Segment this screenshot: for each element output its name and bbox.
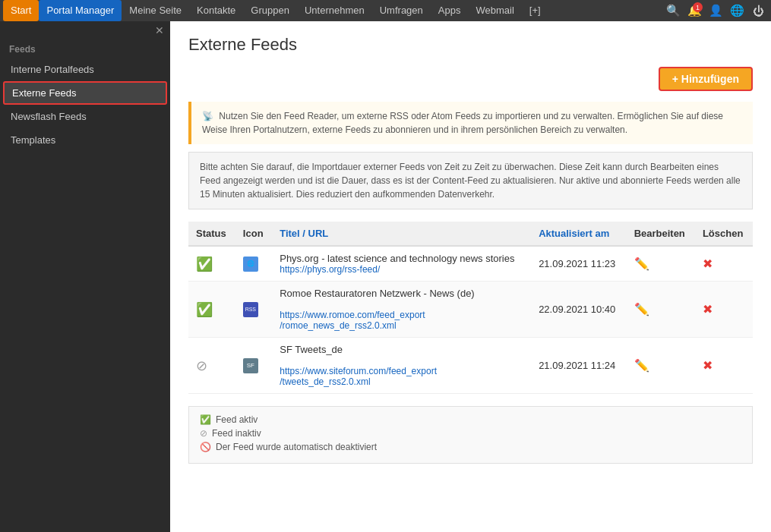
notification-badge: 1 — [693, 2, 703, 12]
col-icon: Icon — [235, 222, 272, 246]
col-status: Status — [188, 222, 235, 246]
edit-icon[interactable]: ✏️ — [634, 257, 649, 270]
feed-title: SF Tweets_de — [280, 344, 523, 355]
sidebar-close-button[interactable]: ✕ — [0, 21, 170, 39]
legend-active-icon: ✅ — [200, 414, 211, 425]
nav-plus[interactable]: [+] — [522, 0, 548, 21]
feed-legend: ✅ Feed aktiv ⊘ Feed inaktiv 🚫 Der Feed w… — [188, 406, 753, 464]
sidebar-section-label: Feeds — [0, 39, 170, 58]
page-layout: ✕ Feeds Interne Portalfeeds Externe Feed… — [0, 21, 771, 532]
legend-inactive-text: Feed inaktiv — [212, 428, 261, 439]
nav-apps[interactable]: Apps — [431, 0, 469, 21]
legend-item-inactive: ⊘ Feed inaktiv — [200, 428, 741, 439]
info-box-secondary: Bitte achten Sie darauf, die Importdauer… — [188, 152, 753, 209]
updated-cell: 21.09.2021 11:24 — [531, 338, 627, 394]
status-active-icon: ✅ — [196, 257, 213, 272]
icon-cell: SF — [235, 338, 272, 394]
legend-active-text: Feed aktiv — [216, 414, 258, 425]
add-button-row: + Hinzufügen — [188, 67, 753, 91]
status-cell: ✅ — [188, 246, 235, 282]
title-url-cell: Phys.org - latest science and technology… — [272, 246, 531, 282]
legend-error-icon: 🚫 — [200, 442, 211, 452]
main-content: Externe Feeds + Hinzufügen 📡 Nutzen Sie … — [170, 21, 771, 532]
updated-cell: 21.09.2021 11:23 — [531, 246, 627, 282]
power-icon[interactable]: ⏻ — [748, 1, 768, 20]
nav-portal-manager[interactable]: Portal Manager — [39, 0, 122, 21]
feed-url[interactable]: https://www.romoe.com/feed_export /romoe… — [280, 299, 523, 331]
edit-cell: ✏️ — [627, 282, 695, 338]
col-edit: Bearbeiten — [627, 222, 695, 246]
feed-url[interactable]: https://phys.org/rss-feed/ — [280, 264, 523, 275]
delete-icon[interactable]: ✖ — [703, 359, 713, 372]
add-feed-button[interactable]: + Hinzufügen — [659, 67, 753, 91]
rss-icon: 📡 — [202, 111, 213, 121]
updated-cell: 22.09.2021 10:40 — [531, 282, 627, 338]
feeds-table: Status Icon Titel / URL Aktualisiert am … — [188, 222, 753, 394]
info-box-primary: 📡 Nutzen Sie den Feed Reader, um externe… — [188, 102, 753, 144]
legend-item-active: ✅ Feed aktiv — [200, 414, 741, 425]
status-inactive-icon: ⊘ — [196, 358, 207, 373]
sidebar-item-newsflash[interactable]: Newsflash Feeds — [0, 105, 170, 128]
table-row: ⊘ SF SF Tweets_de https://www.siteforum.… — [188, 338, 753, 394]
feed-icon-romoe: RSS — [243, 302, 258, 317]
top-navigation: Start Portal Manager Meine Seite Kontakt… — [0, 0, 771, 21]
delete-icon[interactable]: ✖ — [703, 257, 713, 270]
search-icon[interactable]: 🔍 — [663, 1, 683, 20]
feed-url[interactable]: https://www.siteforum.com/feed_export /t… — [280, 355, 523, 387]
delete-icon[interactable]: ✖ — [703, 303, 713, 316]
nav-gruppen[interactable]: Gruppen — [243, 0, 297, 21]
notification-icon[interactable]: 🔔 1 — [684, 1, 704, 20]
feed-title: Romoe Restauratoren Netzwerk - News (de) — [280, 288, 523, 299]
legend-inactive-icon: ⊘ — [200, 428, 207, 439]
delete-cell: ✖ — [695, 338, 753, 394]
nav-start[interactable]: Start — [3, 0, 39, 21]
edit-cell: ✏️ — [627, 246, 695, 282]
icon-cell: RSS — [235, 282, 272, 338]
sidebar-item-templates[interactable]: Templates — [0, 128, 170, 152]
col-title-url: Titel / URL — [272, 222, 531, 246]
table-row: ✅ 🌐 Phys.org - latest science and techno… — [188, 246, 753, 282]
icon-cell: 🌐 — [235, 246, 272, 282]
sidebar: ✕ Feeds Interne Portalfeeds Externe Feed… — [0, 21, 170, 532]
page-title: Externe Feeds — [188, 35, 753, 55]
nav-umfragen[interactable]: Umfragen — [372, 0, 431, 21]
status-cell: ⊘ — [188, 338, 235, 394]
col-updated: Aktualisiert am — [531, 222, 627, 246]
globe-icon[interactable]: 🌐 — [727, 1, 747, 20]
title-url-cell: SF Tweets_de https://www.siteforum.com/f… — [272, 338, 531, 394]
delete-cell: ✖ — [695, 246, 753, 282]
title-url-cell: Romoe Restauratoren Netzwerk - News (de)… — [272, 282, 531, 338]
sidebar-item-interne[interactable]: Interne Portalfeeds — [0, 58, 170, 81]
status-cell: ✅ — [188, 282, 235, 338]
feed-title: Phys.org - latest science and technology… — [280, 253, 523, 264]
edit-icon[interactable]: ✏️ — [634, 303, 649, 316]
col-delete: Löschen — [695, 222, 753, 246]
status-active-icon: ✅ — [196, 302, 213, 317]
table-row: ✅ RSS Romoe Restauratoren Netzwerk - New… — [188, 282, 753, 338]
nav-kontakte[interactable]: Kontakte — [189, 0, 243, 21]
nav-unternehmen[interactable]: Unternehmen — [297, 0, 372, 21]
sidebar-item-externe[interactable]: Externe Feeds — [3, 81, 167, 105]
table-header-row: Status Icon Titel / URL Aktualisiert am … — [188, 222, 753, 246]
nav-webmail[interactable]: Webmail — [468, 0, 521, 21]
feed-icon-phys: 🌐 — [243, 257, 258, 272]
delete-cell: ✖ — [695, 282, 753, 338]
user-icon[interactable]: 👤 — [706, 1, 725, 20]
info-text-primary: Nutzen Sie den Feed Reader, um externe R… — [202, 111, 723, 135]
info-text-secondary: Bitte achten Sie darauf, die Importdauer… — [200, 162, 741, 200]
feed-icon-sf: SF — [243, 358, 258, 373]
legend-item-error: 🚫 Der Feed wurde automatisch deaktiviert — [200, 442, 741, 452]
edit-cell: ✏️ — [627, 338, 695, 394]
nav-icon-group: 🔍 🔔 1 👤 🌐 ⏻ — [663, 1, 768, 20]
edit-icon[interactable]: ✏️ — [634, 359, 649, 372]
legend-error-text: Der Feed wurde automatisch deaktiviert — [216, 442, 377, 452]
nav-meine-seite[interactable]: Meine Seite — [122, 0, 189, 21]
